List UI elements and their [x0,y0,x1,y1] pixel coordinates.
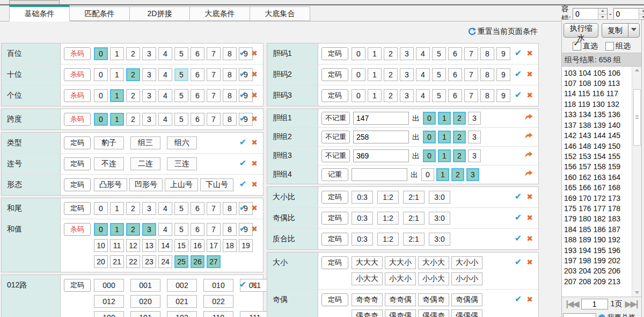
filter-cell-2:1[interactable]: 2:1 [403,233,425,246]
filter-cell-奇偶奇[interactable]: 奇偶奇 [418,293,449,306]
filter-cell-2[interactable]: 2 [453,131,466,143]
filter-cell-001[interactable]: 001 [130,279,160,292]
filter-cell-9[interactable]: 9 [496,47,510,60]
filter-cell-3[interactable]: 3 [400,47,414,60]
filter-cell-14[interactable]: 14 [158,239,172,252]
filter-cell-7[interactable]: 7 [207,223,221,236]
filter-cell-2[interactable]: 2 [384,68,398,81]
filter-cell-2:1[interactable]: 2:1 [403,212,425,225]
filter-cell-4[interactable]: 4 [158,47,172,60]
filter-cell-小大大[interactable]: 小大大 [352,272,383,285]
filter-cell-7[interactable]: 7 [464,68,478,81]
filter-cell-8[interactable]: 8 [223,223,237,236]
filter-cell-大小大[interactable]: 大小大 [418,256,449,269]
filter-cell-5[interactable]: 5 [174,68,188,81]
filter-cell-8[interactable]: 8 [223,89,237,102]
mode-button-定码[interactable]: 定码 [321,191,348,204]
filter-cell-6[interactable]: 6 [448,68,462,81]
filter-cell-3:0[interactable]: 3:0 [429,191,450,204]
filter-cell-7[interactable]: 7 [464,47,478,60]
confirm-check-icon[interactable]: ✔ [239,179,246,189]
apply-arrow-icon[interactable] [524,170,533,179]
tab-大底集合[interactable]: 大底集合 [250,6,310,21]
clear-x-icon[interactable]: ✖ [526,192,533,201]
confirm-check-icon[interactable]: ✔ [239,279,246,290]
filter-cell-3[interactable]: 3 [142,89,156,102]
scroll-down-icon[interactable] [632,289,641,297]
mode-button-定码[interactable]: 定码 [64,157,91,170]
filter-cell-3[interactable]: 3 [468,131,481,143]
filter-cell-6[interactable]: 6 [191,89,204,102]
scrollbar-thumb[interactable] [633,89,641,146]
filter-cell-21[interactable]: 21 [110,255,124,268]
confirm-check-icon[interactable]: ✔ [515,48,522,58]
clear-x-icon[interactable]: ✖ [251,180,258,189]
execute-shrink-button[interactable]: 执行缩水 [564,23,598,38]
filter-cell-19[interactable]: 19 [239,239,253,252]
clear-x-icon[interactable]: ✖ [251,225,258,233]
confirm-check-icon[interactable]: ✔ [515,191,522,201]
filter-cell-下山号[interactable]: 下山号 [200,178,233,191]
filter-cell-5[interactable]: 5 [174,47,188,60]
filter-cell-4[interactable]: 4 [158,223,172,236]
filter-cell-4[interactable]: 4 [416,47,430,60]
mode-button-杀码[interactable]: 杀码 [64,68,91,81]
filter-cell-2[interactable]: 2 [126,223,140,236]
filter-cell-1:2[interactable]: 1:2 [377,233,399,246]
filter-cell-7[interactable]: 7 [207,113,221,126]
mode-button-杀码[interactable]: 杀码 [64,113,91,126]
tab-2D拼接[interactable]: 2D拼接 [129,6,190,21]
filter-cell-021[interactable]: 021 [167,295,197,308]
filter-cell-15[interactable]: 15 [174,239,188,252]
filter-cell-奇偶偶[interactable]: 奇偶偶 [451,293,482,306]
filter-cell-3[interactable]: 3 [142,47,156,60]
filter-cell-大大大[interactable]: 大大大 [352,256,383,269]
filter-cell-111[interactable]: 111 [240,311,270,317]
confirm-check-icon[interactable]: ✔ [239,113,246,124]
filter-cell-凹形号[interactable]: 凹形号 [129,178,163,191]
confirm-check-icon[interactable]: ✔ [239,137,246,147]
scrollbar[interactable] [632,67,641,297]
filter-cell-7[interactable]: 7 [207,47,221,60]
filter-cell-偶奇奇[interactable]: 偶奇奇 [352,309,383,317]
clear-x-icon[interactable]: ✖ [526,234,533,243]
clear-x-icon[interactable]: ✖ [526,295,533,304]
filter-cell-0[interactable]: 0 [352,47,365,60]
filter-cell-8[interactable]: 8 [223,202,237,215]
upper-tab-partial[interactable] [9,0,60,4]
filter-cell-100[interactable]: 100 [94,311,124,317]
filter-cell-27[interactable]: 27 [207,255,221,268]
copy-button[interactable]: 复制 [602,23,628,38]
filter-cell-7[interactable]: 7 [207,202,221,215]
filter-cell-1[interactable]: 1 [110,47,124,60]
filter-cell-8[interactable]: 8 [223,113,237,126]
filter-cell-2[interactable]: 2 [126,89,140,102]
filter-cell-2[interactable]: 2 [451,168,464,181]
filter-cell-5[interactable]: 5 [174,113,188,126]
filter-cell-2:1[interactable]: 2:1 [403,191,425,204]
filter-cell-2[interactable]: 2 [384,89,398,102]
filter-cell-6[interactable]: 6 [191,223,204,236]
filter-cell-2[interactable]: 2 [126,113,140,126]
filter-cell-凸形号[interactable]: 凸形号 [94,178,127,191]
spinner-down-icon[interactable] [639,14,644,20]
filter-cell-1[interactable]: 1 [368,68,382,81]
filter-cell-3[interactable]: 3 [142,68,156,81]
filter-cell-1[interactable]: 1 [368,89,382,102]
filter-cell-10[interactable]: 10 [94,239,108,252]
filter-cell-6[interactable]: 6 [448,47,462,60]
filter-cell-0[interactable]: 0 [423,112,436,125]
filter-cell-6[interactable]: 6 [191,202,204,215]
filter-cell-2[interactable]: 2 [126,202,140,215]
dan-group-input[interactable] [353,112,409,125]
filter-cell-不连[interactable]: 不连 [94,157,124,170]
dan-group-input[interactable] [353,149,409,162]
filter-cell-0[interactable]: 0 [94,223,108,236]
filter-cell-1:2[interactable]: 1:2 [377,191,399,204]
filter-cell-13[interactable]: 13 [142,239,156,252]
mode-button-定码[interactable]: 定码 [321,256,348,269]
mode-button-定码[interactable]: 定码 [321,89,348,102]
scroll-up-icon[interactable] [632,67,641,74]
mode-button-定码[interactable]: 定码 [321,293,348,306]
filter-cell-8[interactable]: 8 [223,47,237,60]
